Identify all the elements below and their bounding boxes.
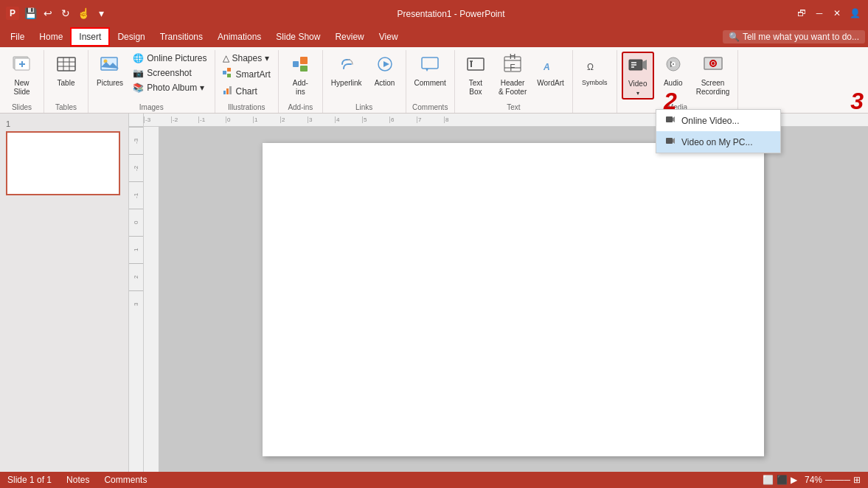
menu-animations[interactable]: Animations (210, 29, 268, 45)
pictures-button[interactable]: Pictures (93, 52, 127, 90)
new-slide-button[interactable]: NewSlide (6, 52, 38, 99)
view-normal[interactable]: ⬜ (763, 475, 774, 485)
comment-icon (420, 54, 440, 77)
view-slideshow[interactable]: ▶ (791, 475, 797, 485)
close-button[interactable]: ✕ (830, 6, 844, 21)
search-box[interactable]: 🔍 Tell me what you want to do... (723, 30, 865, 43)
photo-album-label: Photo Album (147, 83, 197, 93)
chart-button[interactable]: Chart (220, 83, 274, 99)
screen-recording-button[interactable]: ScreenRecording (692, 52, 734, 99)
online-pictures-label: Online Pictures (147, 53, 206, 63)
slide-canvas-area[interactable] (159, 127, 868, 472)
symbols-icon: Ω (584, 54, 605, 77)
screenshot-button[interactable]: 📷 Screenshot (130, 66, 209, 80)
smartart-button[interactable]: SmartArt (220, 66, 274, 82)
screenshot-icon: 📷 (133, 68, 144, 78)
online-pictures-button[interactable]: 🌐 Online Pictures (130, 52, 209, 65)
slide-thumbnail[interactable] (6, 131, 120, 195)
photo-album-button[interactable]: 📚 Photo Album ▾ (130, 81, 209, 94)
status-notes: Notes (66, 475, 89, 485)
action-label: Action (375, 79, 395, 88)
shapes-button[interactable]: △ Shapes ▾ (220, 52, 274, 65)
ruler-left: -3 -2 -1 0 1 2 3 (129, 127, 144, 472)
view-outline[interactable]: ⬛ (777, 475, 788, 485)
illustrations-group-label: Illustrations (228, 100, 265, 111)
illustrations-btns: △ Shapes ▾ SmartArt Chart (220, 52, 274, 99)
menu-file[interactable]: File (3, 29, 32, 45)
editor-area: -3 -2 -1 0 1 2 3 4 5 6 7 8 -3 -2 -1 0 (129, 114, 868, 472)
new-slide-icon (12, 54, 32, 77)
table-button[interactable]: Table (50, 52, 83, 90)
audio-icon (663, 54, 684, 77)
header-footer-label: Header& Footer (499, 79, 527, 97)
video-button[interactable]: Video ▾ (622, 52, 654, 100)
menu-view[interactable]: View (372, 29, 406, 45)
svg-rect-6 (58, 57, 75, 71)
video-label: Video (628, 80, 647, 88)
addins-button[interactable]: Add-ins (284, 52, 316, 99)
svg-text:P: P (10, 8, 15, 18)
user-icon[interactable]: 👤 (847, 6, 862, 21)
chart-label: Chart (236, 86, 257, 97)
redo-icon[interactable]: ↻ (59, 7, 72, 20)
text-group-label: Text (507, 100, 520, 111)
shapes-arrow: ▾ (265, 53, 269, 63)
hyperlink-button[interactable]: Hyperlink (327, 52, 366, 90)
action-icon (375, 54, 395, 77)
textbox-button[interactable]: TextBox (459, 52, 492, 99)
title-bar-title: Presentation1 - PowerPoint (108, 8, 794, 19)
online-video-option[interactable]: Online Video... (656, 110, 780, 131)
table-label: Table (58, 79, 75, 88)
restore-window-button[interactable]: 🗗 (794, 6, 809, 21)
images-items: Pictures 🌐 Online Pictures 📷 Screenshot … (93, 52, 210, 100)
menu-slideshow[interactable]: Slide Show (268, 29, 327, 45)
pictures-label: Pictures (97, 79, 123, 88)
slide-info: Slide 1 of 1 (7, 475, 52, 485)
video-on-pc-option[interactable]: Video on My PC... (656, 131, 780, 153)
touch-icon[interactable]: ☝ (77, 7, 90, 20)
menu-transitions[interactable]: Transitions (153, 29, 210, 45)
ribbon-group-links: Hyperlink Action Links (323, 50, 406, 113)
images-group-label: Images (139, 100, 164, 111)
textbox-icon (465, 54, 486, 77)
images-small-btns: 🌐 Online Pictures 📷 Screenshot 📚 Photo A… (130, 52, 209, 94)
comment-button[interactable]: Comment (411, 52, 450, 90)
svg-text:F: F (510, 63, 515, 73)
menu-insert[interactable]: Insert (70, 27, 110, 46)
addins-label: Add-ins (293, 79, 308, 97)
save-icon[interactable]: 💾 (24, 7, 37, 20)
ribbon-group-illustrations: △ Shapes ▾ SmartArt Chart Ill (215, 50, 279, 113)
menu-design[interactable]: Design (110, 29, 152, 45)
menu-review[interactable]: Review (327, 29, 371, 45)
svg-text:Ω: Ω (587, 62, 594, 72)
menu-home[interactable]: Home (32, 29, 70, 45)
fit-slide[interactable]: ⊞ (853, 475, 861, 485)
text-items: TextBox HF Header& Footer A WordArt (459, 52, 568, 100)
zoom-level: 74% (805, 475, 822, 485)
zoom-slider[interactable]: ──── (825, 475, 850, 485)
svg-rect-51 (666, 138, 673, 144)
svg-rect-49 (666, 116, 673, 122)
action-button[interactable]: Action (369, 52, 401, 90)
ribbon-group-text: TextBox HF Header& Footer A WordArt Text (455, 50, 573, 113)
header-footer-button[interactable]: HF Header& Footer (495, 52, 530, 99)
canvas-container: -3 -2 -1 0 1 2 3 (129, 127, 868, 472)
window-controls: 🗗 ─ ✕ 👤 (794, 6, 862, 21)
audio-button[interactable]: Audio (657, 52, 690, 90)
svg-rect-14 (227, 68, 231, 72)
customize-icon[interactable]: ▾ (94, 7, 108, 20)
video-on-pc-label: Video on My PC... (681, 137, 753, 147)
slide-canvas[interactable] (263, 143, 764, 456)
links-items: Hyperlink Action (327, 52, 401, 100)
addins-group-label: Add-ins (288, 100, 313, 111)
ribbon-group-comments: Comment Comments (406, 50, 455, 113)
undo-icon[interactable]: ↩ (41, 7, 55, 20)
slide-panel: 1 (0, 114, 129, 472)
comments-items: Comment (411, 52, 450, 100)
symbols-button[interactable]: Ω Symbols (578, 52, 611, 89)
wordart-button[interactable]: A WordArt (533, 52, 568, 90)
minimize-button[interactable]: ─ (812, 6, 827, 21)
addins-items: Add-ins (284, 52, 316, 100)
hyperlink-icon (336, 54, 357, 77)
comments-group-label: Comments (412, 100, 448, 111)
